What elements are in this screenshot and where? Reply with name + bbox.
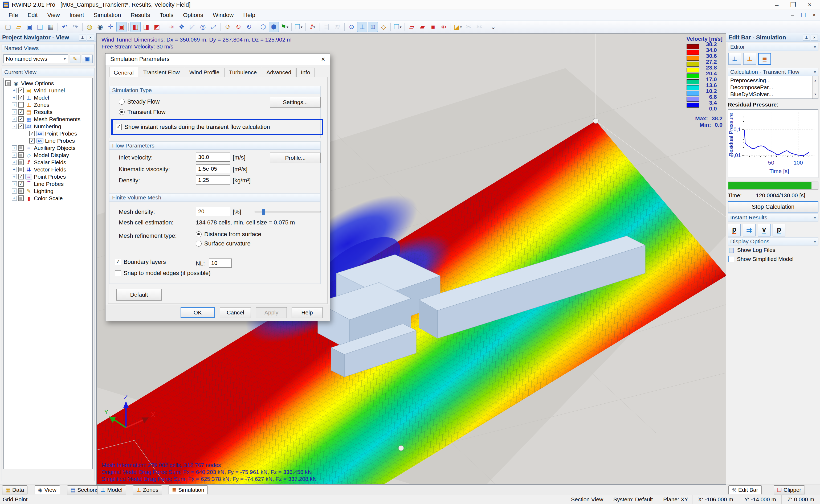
- new-file-button[interactable]: ▢: [3, 22, 13, 32]
- center-view-button[interactable]: ✛: [106, 22, 116, 32]
- close-button[interactable]: ×: [808, 1, 811, 9]
- tab-data[interactable]: ▦Data: [2, 485, 27, 494]
- tab-general[interactable]: General: [109, 67, 138, 77]
- isometry-button[interactable]: ◍: [84, 22, 95, 32]
- tree-item-view-options[interactable]: ◉View Options: [4, 80, 92, 87]
- open-file-button[interactable]: ▱: [14, 22, 24, 32]
- scroll-up-icon[interactable]: ▲: [814, 77, 817, 84]
- inlet-velocity-field[interactable]: 30.0: [196, 153, 230, 162]
- tab-sections[interactable]: ▤Sections: [67, 485, 102, 494]
- clip-x-button[interactable]: ◧: [130, 22, 141, 32]
- view-direction-button[interactable]: ◉: [95, 22, 105, 32]
- collapse-icon[interactable]: ▾: [814, 44, 816, 50]
- tree-item-mesh-refinements[interactable]: +▦Mesh Refinements: [4, 116, 92, 123]
- print-button[interactable]: ▦: [46, 22, 56, 32]
- transient-flow-radio[interactable]: Transient Flow: [119, 109, 165, 116]
- mesh-density-slider[interactable]: [255, 211, 321, 212]
- zoom-region-button[interactable]: ▣: [116, 22, 127, 32]
- rotate-view-button[interactable]: ↺: [223, 22, 233, 32]
- stop-calculation-button[interactable]: Stop Calculation: [728, 201, 818, 212]
- save-view-button[interactable]: ▣: [82, 55, 93, 63]
- tab-edit-bar[interactable]: ⚒Edit Bar: [728, 485, 762, 494]
- checkbox[interactable]: [18, 181, 24, 187]
- slab-red-button[interactable]: ▰: [417, 22, 427, 32]
- tab-turbulence[interactable]: Turbulence: [225, 68, 261, 77]
- tree-item-model[interactable]: +⊥Model: [4, 94, 92, 101]
- manage-views-button[interactable]: ✎: [70, 55, 80, 63]
- menu-insert[interactable]: Insert: [65, 11, 89, 20]
- pan-button[interactable]: ❖: [177, 22, 187, 32]
- checkbox[interactable]: [18, 116, 24, 122]
- collapse-icon[interactable]: ▾: [814, 69, 816, 75]
- settings-button[interactable]: Settings...: [270, 97, 321, 108]
- boundary-layers-checkbox[interactable]: Boundary layers: [115, 259, 166, 265]
- tree-item-lighting[interactable]: +✎Lighting: [4, 187, 92, 195]
- dialog-close-icon[interactable]: ×: [321, 55, 325, 63]
- density-field[interactable]: 1.25: [196, 175, 230, 185]
- tab-clipper[interactable]: ❒Clipper: [774, 485, 805, 494]
- result-volume-button[interactable]: ❐▾: [393, 22, 403, 32]
- move-model-button[interactable]: ⇥: [166, 22, 176, 32]
- checkbox[interactable]: [18, 88, 24, 93]
- zoom-button[interactable]: ◎: [198, 22, 208, 32]
- apply-button[interactable]: Apply: [256, 307, 287, 318]
- show-instant-results-checkbox[interactable]: Show instant results during the transien…: [116, 124, 270, 130]
- tab-info[interactable]: Info: [296, 68, 315, 77]
- expand-icon[interactable]: +: [12, 95, 17, 100]
- tab-zones[interactable]: ⊥Zones: [133, 485, 162, 494]
- fit-view-button[interactable]: ⤢: [209, 22, 219, 32]
- expand-icon[interactable]: +: [12, 88, 17, 93]
- clip-z-button[interactable]: ◩: [152, 22, 162, 32]
- cut-line-button[interactable]: ✄: [474, 22, 484, 32]
- tree-item-line-probes[interactable]: +⌒Line Probes: [4, 180, 92, 187]
- expand-icon[interactable]: +: [12, 174, 17, 179]
- mdi-minimize-button[interactable]: –: [791, 12, 794, 18]
- plane-red-button[interactable]: ▱: [407, 22, 417, 32]
- clip-y-button[interactable]: ◨: [141, 22, 151, 32]
- checkbox[interactable]: [18, 152, 24, 158]
- tree-item-numbering[interactable]: -123Numbering: [4, 123, 92, 130]
- ok-button[interactable]: OK: [181, 307, 215, 318]
- pin-icon[interactable]: ⊥: [803, 35, 810, 40]
- menu-view[interactable]: View: [42, 11, 64, 20]
- expand-icon[interactable]: +: [12, 196, 17, 201]
- tree-item-scalar-fields[interactable]: +⫽Scalar Fields: [4, 159, 92, 166]
- menu-simulation[interactable]: Simulation: [89, 11, 126, 20]
- checkbox[interactable]: [18, 95, 24, 100]
- close-icon[interactable]: ×: [811, 35, 818, 40]
- checkbox[interactable]: [18, 124, 24, 129]
- rotate-x-button[interactable]: ↻: [233, 22, 243, 32]
- clipper-tool-button[interactable]: ◪▾: [453, 22, 463, 32]
- square-red-button[interactable]: ■: [428, 22, 438, 32]
- expand-icon[interactable]: +: [12, 102, 17, 107]
- save-file-button[interactable]: ▣: [24, 22, 34, 32]
- nl-field[interactable]: 10: [209, 259, 232, 268]
- plane-handle-bottom[interactable]: [398, 445, 404, 451]
- menu-file[interactable]: File: [4, 11, 23, 20]
- tree-item-model-display[interactable]: +◇Model Display: [4, 151, 92, 159]
- wave-layers-button[interactable]: ≋: [332, 22, 342, 32]
- editor-simulation-button[interactable]: ≣: [758, 53, 771, 65]
- steady-flow-radio[interactable]: Steady Flow: [119, 98, 160, 105]
- editor-zones-button[interactable]: ⊥: [743, 53, 756, 65]
- tree-item-wind-tunnel[interactable]: +▣Wind Tunnel: [4, 87, 92, 94]
- arrows-red-button[interactable]: ⇹: [439, 22, 449, 32]
- checkbox[interactable]: [18, 174, 24, 179]
- wireframe-button[interactable]: ⬡: [258, 22, 268, 32]
- expand-icon[interactable]: +: [12, 117, 17, 122]
- expand-icon[interactable]: +: [12, 145, 17, 150]
- toolbar-more-button[interactable]: ⌄: [488, 22, 498, 32]
- tab-view[interactable]: ◉View: [35, 485, 60, 494]
- profile-button[interactable]: Profile...: [270, 153, 321, 163]
- surface-curvature-radio[interactable]: Surface curvature: [196, 240, 251, 247]
- checkbox[interactable]: [18, 167, 24, 172]
- collapse-icon[interactable]: ▾: [814, 215, 816, 220]
- checkbox[interactable]: [18, 109, 24, 115]
- checkbox[interactable]: [29, 131, 35, 136]
- menu-help[interactable]: Help: [238, 11, 260, 20]
- instant-velocity-button[interactable]: v: [758, 224, 770, 236]
- snap-to-model-edges-checkbox[interactable]: Snap to model edges (if possible): [115, 270, 211, 277]
- expand-icon[interactable]: +: [12, 189, 17, 194]
- collapse-icon[interactable]: -: [12, 124, 17, 129]
- checkbox[interactable]: [18, 102, 24, 108]
